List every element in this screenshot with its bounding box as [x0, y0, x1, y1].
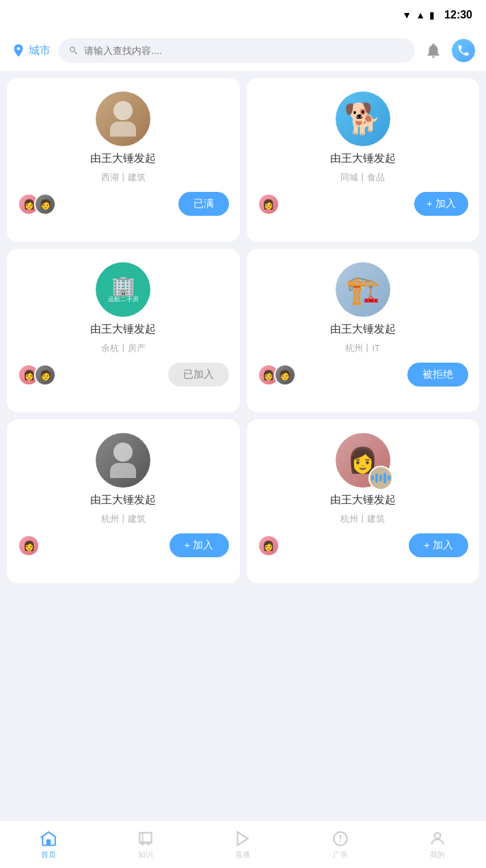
phone-button[interactable] — [452, 39, 475, 62]
card-footer-4: 👩 🧑 被拒绝 — [258, 363, 469, 387]
card-footer-1: 👩 🧑 已满 — [18, 192, 229, 216]
search-input[interactable] — [84, 45, 405, 56]
card-title-1: 由王大锤发起 — [90, 152, 156, 166]
wifi-icon: ▼ — [402, 10, 411, 20]
status-time: 12:30 — [444, 9, 472, 21]
rejected-button-4[interactable]: 被拒绝 — [407, 363, 468, 387]
home-icon — [40, 830, 57, 848]
card-footer-6: 👩 + 加入 — [258, 533, 469, 557]
svg-marker-1 — [238, 832, 248, 845]
member-avatars-1: 👩 🧑 — [18, 193, 51, 215]
nav-home-label: 首页 — [41, 850, 56, 860]
avatar-4: 🏗️ — [336, 262, 390, 317]
card-sub-5: 杭州丨建筑 — [101, 513, 146, 525]
audio-badge — [368, 466, 393, 490]
nav-knowledge-label: 知识 — [138, 850, 153, 860]
avatar-6-wrapper: 👩 — [336, 433, 390, 488]
nav-ad[interactable]: 广告 — [320, 830, 361, 860]
search-icon — [68, 45, 79, 56]
nav-live-label: 直播 — [235, 850, 250, 860]
avatar-1 — [96, 92, 150, 146]
member-avatar: 🧑 — [274, 364, 296, 386]
nav-ad-label: 广告 — [333, 850, 348, 860]
member-avatars-3: 👩 🧑 — [18, 364, 51, 386]
group-card-2: 🐕 由王大锤发起 同城丨食品 👩 + 加入 — [247, 78, 480, 242]
location-icon — [11, 43, 26, 58]
group-card-6: 👩 由王大锤发起 杭州丨建筑 👩 + 加入 — [247, 419, 480, 583]
search-bar[interactable] — [59, 38, 415, 63]
member-avatar: 🧑 — [34, 193, 56, 215]
card-footer-3: 👩 🧑 已加入 — [18, 363, 229, 387]
card-footer-5: 👩 + 加入 — [18, 533, 229, 557]
member-avatars-5: 👩 — [18, 535, 34, 557]
profile-icon — [429, 830, 446, 848]
city-label: 城市 — [29, 44, 51, 58]
member-avatars-4: 👩 🧑 — [258, 364, 291, 386]
group-card-1: 由王大锤发起 西湖丨建筑 👩 🧑 已满 — [7, 78, 240, 242]
battery-icon: ▮ — [429, 10, 435, 20]
group-card-3: 🏢 远航二手房 由王大锤发起 余杭丨房产 👩 🧑 已加入 — [7, 249, 240, 412]
card-sub-1: 西湖丨建筑 — [101, 171, 146, 184]
header-icons — [423, 39, 475, 62]
join-button-5[interactable]: + 加入 — [170, 533, 229, 557]
card-sub-3: 余杭丨房产 — [101, 342, 146, 354]
group-card-5: 由王大锤发起 杭州丨建筑 👩 + 加入 — [7, 419, 240, 583]
avatar-5 — [96, 433, 150, 488]
live-icon — [234, 830, 252, 848]
audio-wave-icon — [371, 473, 390, 484]
nav-knowledge[interactable]: 知识 — [125, 830, 166, 860]
nav-home[interactable]: 首页 — [28, 830, 69, 860]
member-avatar: 👩 — [258, 193, 280, 215]
svg-point-3 — [340, 841, 341, 842]
card-title-5: 由王大锤发起 — [90, 493, 156, 507]
nav-mine[interactable]: 我的 — [417, 830, 458, 860]
card-title-4: 由王大锤发起 — [330, 322, 396, 337]
signal-icon: ▲ — [416, 10, 425, 20]
member-avatars-6: 👩 — [258, 535, 274, 557]
status-bar: ▼ ▲ ▮ 12:30 — [0, 0, 486, 30]
cards-grid: 由王大锤发起 西湖丨建筑 👩 🧑 已满 🐕 由王大锤发起 同城丨食品 👩 — [0, 71, 486, 590]
ad-icon — [332, 830, 349, 848]
avatar-3: 🏢 远航二手房 — [96, 262, 150, 317]
member-avatars-2: 👩 — [258, 193, 274, 215]
notification-button[interactable] — [423, 40, 444, 61]
joined-button-3[interactable]: 已加入 — [168, 363, 229, 387]
main-content: 由王大锤发起 西湖丨建筑 👩 🧑 已满 🐕 由王大锤发起 同城丨食品 👩 — [0, 71, 486, 645]
member-avatar: 👩 — [258, 535, 280, 557]
city-button[interactable]: 城市 — [11, 43, 51, 58]
card-sub-2: 同城丨食品 — [340, 171, 385, 184]
member-avatar: 👩 — [18, 535, 40, 557]
nav-mine-label: 我的 — [430, 850, 445, 860]
svg-rect-0 — [46, 839, 51, 845]
bottom-nav: 首页 知识 直播 广告 我的 — [0, 820, 486, 868]
card-sub-6: 杭州丨建筑 — [340, 513, 385, 525]
group-card-4: 🏗️ 由王大锤发起 杭州丨IT 👩 🧑 被拒绝 — [247, 249, 480, 412]
card-sub-4: 杭州丨IT — [345, 342, 380, 354]
full-button-1[interactable]: 已满 — [178, 192, 229, 216]
join-button-2[interactable]: + 加入 — [414, 192, 468, 216]
knowledge-icon — [137, 830, 154, 848]
card-footer-2: 👩 + 加入 — [258, 192, 469, 216]
member-avatar: 🧑 — [34, 364, 56, 386]
header: 城市 — [0, 30, 486, 71]
avatar-2: 🐕 — [336, 92, 390, 146]
card-title-2: 由王大锤发起 — [330, 152, 396, 166]
join-button-6[interactable]: + 加入 — [409, 533, 468, 557]
card-title-3: 由王大锤发起 — [90, 322, 156, 337]
nav-live[interactable]: 直播 — [222, 830, 263, 860]
svg-point-4 — [435, 832, 441, 839]
card-title-6: 由王大锤发起 — [330, 493, 396, 507]
